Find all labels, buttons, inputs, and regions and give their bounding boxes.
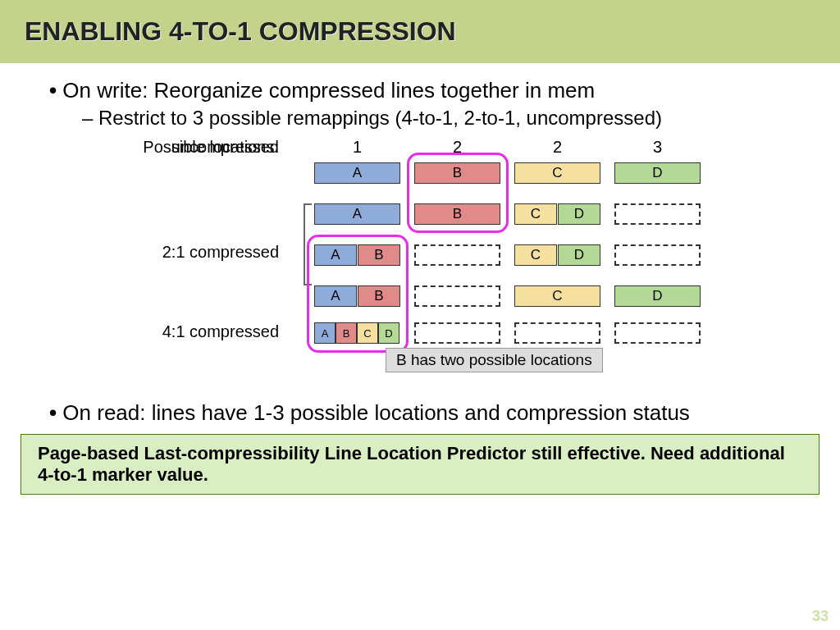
cell-r5-empty2 (514, 322, 600, 344)
conclusion-box: Page-based Last-compressibility Line Loc… (21, 434, 819, 495)
cell-r3-empty1 (414, 244, 500, 266)
cell-r2-C: C (514, 203, 557, 225)
label-2to1: 2:1 compressed (115, 243, 279, 262)
cell-r2-D: D (558, 203, 600, 225)
highlight-bottom (307, 235, 409, 353)
cell-r3-D: D (558, 244, 600, 266)
col-num-1: 1 (314, 138, 400, 157)
cell-r4-D: D (614, 285, 701, 307)
cell-r1-C: C (514, 162, 600, 184)
page-number: 33 (812, 608, 829, 625)
bullet-restrict: Restrict to 3 possible remappings (4-to-… (82, 107, 807, 130)
cell-r5-empty1 (414, 322, 500, 344)
col-num-3: 3 (614, 138, 701, 157)
cell-r2-A: A (314, 203, 400, 225)
highlight-top (407, 153, 509, 233)
cell-r4-C: C (514, 285, 600, 307)
slide-title: ENABLING 4-TO-1 COMPRESSION (0, 0, 840, 63)
note-b-locations: B has two possible locations (386, 348, 603, 372)
bullet-on-write: On write: Reorganize compressed lines to… (49, 78, 807, 103)
cell-r2-empty (614, 203, 701, 225)
cell-r3-empty2 (614, 244, 701, 266)
col-num-2b: 2 (514, 138, 600, 157)
cell-r1-D: D (614, 162, 701, 184)
label-4to1: 4:1 compressed (115, 322, 279, 341)
label-uncompressed: uncompressed (115, 138, 279, 157)
bullet-on-read: On read: lines have 1-3 possible locatio… (49, 400, 807, 426)
cell-r5-empty3 (614, 322, 701, 344)
compression-diagram: Possible locations: uncompressed 2:1 com… (115, 138, 738, 384)
cell-r1-A: A (314, 162, 400, 184)
cell-r3-C: C (514, 244, 557, 266)
cell-r4-empty1 (414, 285, 500, 307)
